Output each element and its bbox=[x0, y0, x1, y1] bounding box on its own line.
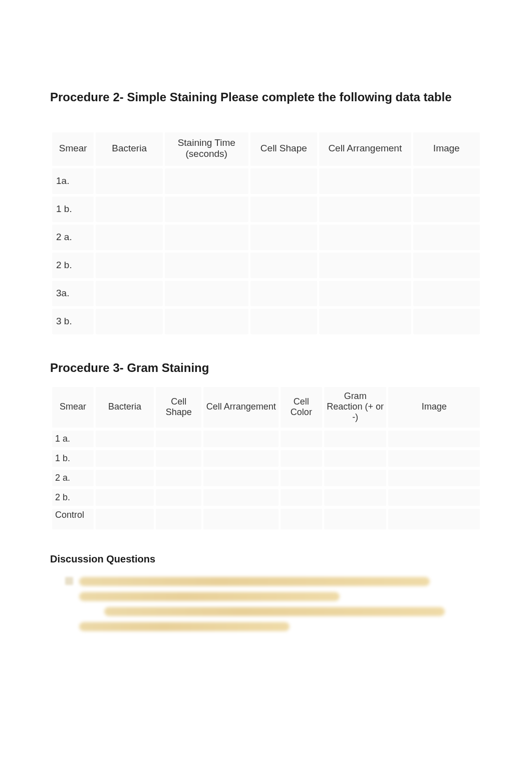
cell bbox=[96, 168, 162, 193]
cell bbox=[250, 309, 317, 334]
row-smear: 2 b. bbox=[52, 489, 94, 506]
col-smear: Smear bbox=[52, 387, 94, 428]
cell bbox=[281, 470, 322, 486]
row-smear: Control bbox=[52, 509, 94, 529]
cell bbox=[250, 197, 317, 222]
blurred-text bbox=[79, 575, 482, 635]
table-header-row: Smear Bacteria Cell Shape Cell Arrangeme… bbox=[52, 387, 480, 428]
cell bbox=[319, 168, 411, 193]
col-gram-reaction: Gram Reaction (+ or -) bbox=[324, 387, 387, 428]
col-cell-shape: Cell Shape bbox=[156, 387, 201, 428]
cell bbox=[281, 489, 322, 506]
table-row: 3 b. bbox=[52, 309, 480, 334]
cell bbox=[250, 281, 317, 306]
cell bbox=[250, 225, 317, 250]
table-row: 2 a. bbox=[52, 225, 480, 250]
col-cell-shape: Cell Shape bbox=[250, 132, 317, 165]
col-cell-color: Cell Color bbox=[281, 387, 322, 428]
cell bbox=[96, 450, 154, 467]
cell bbox=[96, 509, 154, 529]
cell bbox=[281, 431, 322, 447]
cell bbox=[324, 509, 387, 529]
table-row: 2 b. bbox=[52, 489, 480, 506]
cell bbox=[324, 470, 387, 486]
cell bbox=[203, 450, 278, 467]
cell bbox=[203, 431, 278, 447]
col-cell-arrangement: Cell Arrangement bbox=[319, 132, 411, 165]
row-smear: 2 b. bbox=[52, 253, 94, 278]
cell bbox=[413, 225, 480, 250]
cell bbox=[165, 225, 248, 250]
cell bbox=[96, 431, 154, 447]
cell bbox=[203, 489, 278, 506]
cell bbox=[388, 470, 480, 486]
blurred-number-icon bbox=[65, 577, 73, 585]
col-bacteria: Bacteria bbox=[96, 132, 162, 165]
cell bbox=[165, 253, 248, 278]
table-row: 1a. bbox=[52, 168, 480, 193]
procedure3-title: Procedure 3- Gram Staining bbox=[50, 361, 482, 375]
row-smear: 1a. bbox=[52, 168, 94, 193]
cell bbox=[413, 197, 480, 222]
table-row: 1 a. bbox=[52, 431, 480, 447]
row-smear: 2 a. bbox=[52, 470, 94, 486]
cell bbox=[96, 253, 162, 278]
cell bbox=[324, 450, 387, 467]
cell bbox=[388, 509, 480, 529]
row-smear: 1 a. bbox=[52, 431, 94, 447]
cell bbox=[250, 168, 317, 193]
cell bbox=[96, 197, 162, 222]
procedure2-table: Smear Bacteria Staining Time (seconds) C… bbox=[50, 129, 482, 337]
cell bbox=[156, 431, 201, 447]
cell bbox=[324, 431, 387, 447]
cell bbox=[388, 450, 480, 467]
row-smear: 2 a. bbox=[52, 225, 94, 250]
col-staining-time: Staining Time (seconds) bbox=[165, 132, 248, 165]
procedure2-title: Procedure 2- Simple Staining Please comp… bbox=[50, 90, 482, 104]
table-row: 2 a. bbox=[52, 470, 480, 486]
cell bbox=[156, 489, 201, 506]
cell bbox=[165, 197, 248, 222]
cell bbox=[96, 281, 162, 306]
cell bbox=[413, 281, 480, 306]
cell bbox=[388, 489, 480, 506]
cell bbox=[156, 450, 201, 467]
cell bbox=[319, 253, 411, 278]
col-bacteria: Bacteria bbox=[96, 387, 154, 428]
table-row: 1 b. bbox=[52, 197, 480, 222]
cell bbox=[203, 509, 278, 529]
discussion-question-1 bbox=[65, 575, 482, 635]
col-smear: Smear bbox=[52, 132, 94, 165]
table-row-control: Control bbox=[52, 509, 480, 529]
row-smear: 3a. bbox=[52, 281, 94, 306]
discussion-questions bbox=[50, 575, 482, 635]
table-row: 1 b. bbox=[52, 450, 480, 467]
cell bbox=[96, 489, 154, 506]
procedure3-table: Smear Bacteria Cell Shape Cell Arrangeme… bbox=[50, 384, 482, 532]
table-row: 2 b. bbox=[52, 253, 480, 278]
cell bbox=[281, 509, 322, 529]
cell bbox=[96, 470, 154, 486]
cell bbox=[165, 309, 248, 334]
col-image: Image bbox=[413, 132, 480, 165]
cell bbox=[319, 281, 411, 306]
cell bbox=[413, 253, 480, 278]
cell bbox=[319, 225, 411, 250]
cell bbox=[319, 309, 411, 334]
discussion-title: Discussion Questions bbox=[50, 553, 482, 565]
col-image: Image bbox=[388, 387, 480, 428]
cell bbox=[388, 431, 480, 447]
cell bbox=[156, 470, 201, 486]
cell bbox=[319, 197, 411, 222]
cell bbox=[156, 509, 201, 529]
row-smear: 1 b. bbox=[52, 197, 94, 222]
table-row: 3a. bbox=[52, 281, 480, 306]
cell bbox=[413, 309, 480, 334]
row-smear: 1 b. bbox=[52, 450, 94, 467]
col-cell-arrangement: Cell Arrangement bbox=[203, 387, 278, 428]
cell bbox=[324, 489, 387, 506]
cell bbox=[96, 309, 162, 334]
cell bbox=[413, 168, 480, 193]
row-smear: 3 b. bbox=[52, 309, 94, 334]
cell bbox=[165, 168, 248, 193]
